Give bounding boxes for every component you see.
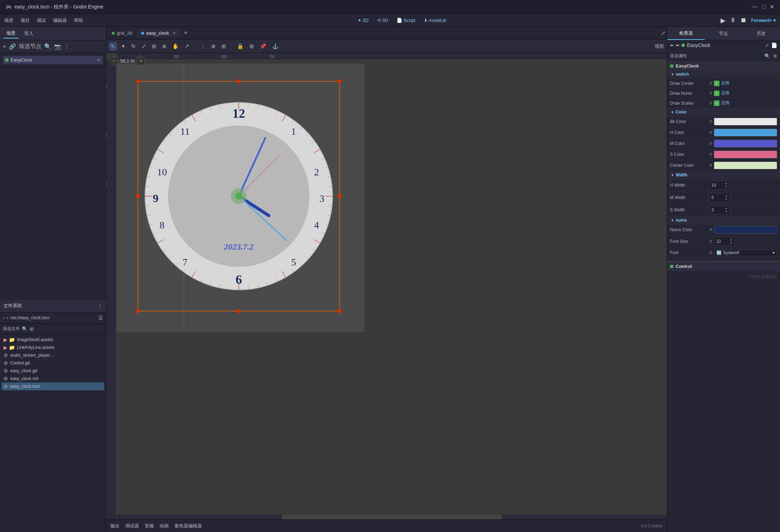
fs-item-easyclocktscn[interactable]: ⚙ easy_clock.tscn [1, 382, 104, 390]
filter-search-icon[interactable]: 🔍 [764, 53, 770, 59]
play-button[interactable]: ▶ [721, 17, 726, 24]
menu-scene[interactable]: 场景 [4, 17, 13, 24]
fs-item-linkpoly[interactable]: ▶ 📁 LinkPolyLine.assets [1, 344, 104, 351]
tab-inspector[interactable]: 检查器 [667, 27, 705, 40]
h-width-input[interactable]: 10 ▲ ▼ [709, 181, 730, 190]
forward-button[interactable]: Forward+ ▾ [751, 18, 776, 23]
decrement-button[interactable]: ▼ [730, 241, 733, 245]
nav-forward[interactable]: › [7, 315, 8, 321]
filter-nodes-button[interactable]: 筛选节点 [19, 43, 41, 50]
menu-debug[interactable]: 调试 [37, 17, 46, 24]
add-node-button[interactable]: + [3, 43, 6, 50]
add-tab-button[interactable]: + [181, 29, 191, 37]
spinner-arrows[interactable]: ▲ ▼ [725, 206, 728, 214]
tab-close-button[interactable]: ✕ [173, 31, 176, 36]
doc-icon[interactable]: 📄 [771, 42, 777, 48]
font-select[interactable]: 🔤 SystemF ▾ [714, 249, 777, 256]
horizontal-scrollbar[interactable] [117, 514, 667, 519]
clock-viewport[interactable]: // rendered below via JS 12 1 2 3 4 5 6 … [117, 64, 667, 519]
pause-button[interactable]: ⏸ [730, 17, 736, 24]
forward-nav-button[interactable]: ➡ [676, 43, 679, 48]
grid-snap-button[interactable]: ⊞ [220, 42, 228, 51]
snap-button[interactable]: ⊕ [209, 42, 218, 51]
filesystem-more[interactable]: ⋮ [98, 303, 102, 309]
rotate-tool[interactable]: ↻ [129, 42, 138, 51]
bk-color-swatch[interactable] [714, 118, 777, 125]
tool-3d[interactable]: ⟲ 3D [377, 18, 388, 23]
tool-assetlib[interactable]: ⬇ AssetLib [424, 18, 446, 23]
draw-center-checkbox[interactable] [714, 81, 720, 86]
decrement-button[interactable]: ▼ [725, 198, 728, 201]
select-tool[interactable]: ↖ [109, 42, 117, 51]
reset-button[interactable]: ↺ [709, 91, 712, 96]
tab-history[interactable]: 历史 [743, 28, 780, 40]
filter-search-icon[interactable]: 🔍 [22, 326, 28, 332]
increment-button[interactable]: ▲ [730, 238, 733, 241]
view-menu-button[interactable]: 视图 [655, 43, 664, 49]
fs-item-easyclockmd[interactable]: ⚙ easy_clock.md [1, 375, 104, 382]
zoom-out-button[interactable]: − [110, 57, 118, 65]
reset-button[interactable]: ↺ [709, 152, 712, 157]
expand-canvas-button[interactable]: ⤢ [661, 30, 665, 36]
s-color-swatch[interactable] [714, 151, 777, 158]
move-tool[interactable]: ✦ [119, 42, 127, 51]
back-button[interactable]: ⬅ [670, 43, 674, 48]
decrement-button[interactable]: ▼ [725, 210, 728, 214]
decrement-button[interactable]: ▼ [725, 185, 728, 189]
maximize-button[interactable]: □ [762, 4, 765, 10]
menu-project[interactable]: 项目 [21, 17, 30, 24]
fs-item-imagedice[interactable]: ▶ 📁 ImageDice6.assets [1, 336, 104, 344]
scale-tool[interactable]: ⤢ [140, 42, 148, 51]
enable-label[interactable]: 启用 [721, 80, 729, 86]
filter-settings-icon[interactable]: ⚙ [773, 53, 777, 59]
reset-button[interactable]: ↺ [709, 130, 712, 135]
m-color-swatch[interactable] [714, 140, 777, 147]
switch-section-header[interactable]: ▼ switch [667, 70, 780, 78]
draw-scales-checkbox[interactable] [714, 100, 720, 106]
menu-editor[interactable]: 编辑器 [53, 17, 67, 24]
transform-tool[interactable]: ⊞ [150, 42, 158, 51]
layout-toggle[interactable]: ☰ [98, 315, 103, 321]
reset-button[interactable]: ↺ [709, 81, 712, 86]
reset-button[interactable]: ↺ [709, 163, 712, 168]
camera-button[interactable]: 📷 [54, 43, 61, 50]
pin-button[interactable]: 📌 [258, 42, 268, 51]
tab-audio[interactable]: 音频 [145, 523, 154, 529]
tab-grid2d[interactable]: grid_2d [108, 29, 136, 37]
pan-tool[interactable]: ✋ [171, 42, 181, 51]
tab-debugger[interactable]: 调试器 [125, 523, 139, 529]
m-width-input[interactable]: 5 ▲ ▼ [709, 193, 730, 202]
tab-shader-editor[interactable]: 着色器编辑器 [174, 523, 202, 529]
pivot-tool[interactable]: ⊕ [160, 42, 168, 51]
spinner-arrows[interactable]: ▲ ▼ [730, 238, 733, 245]
link-button[interactable]: 🔗 [9, 43, 16, 50]
spinner-arrows[interactable]: ▲ ▼ [725, 182, 728, 189]
expand-icon[interactable]: ⤢ [765, 42, 769, 48]
reset-button[interactable]: ↺ [709, 119, 712, 124]
color-section-header[interactable]: ▼ Color [667, 108, 780, 116]
enable-label[interactable]: 启用 [721, 90, 729, 96]
spinner-arrows[interactable]: ▲ ▼ [725, 194, 728, 201]
nums-color-swatch[interactable] [714, 226, 777, 234]
stop-button[interactable]: ⏹ [740, 17, 747, 24]
group-button[interactable]: ⊞ [248, 42, 256, 51]
tab-node[interactable]: 节点 [705, 28, 742, 40]
tab-import[interactable]: 导入 [21, 29, 36, 38]
font-size-input[interactable]: 22 ▲ ▼ [714, 237, 735, 246]
draw-nums-checkbox[interactable] [714, 90, 720, 96]
width-section-header[interactable]: ▼ Width [667, 171, 780, 179]
s-width-input[interactable]: 3 ▲ ▼ [709, 205, 730, 215]
tool-2d[interactable]: ✦ 2D [358, 18, 369, 23]
fs-item-easyclockgd[interactable]: ⚙ easy_clock.gd [1, 367, 104, 375]
nums-section-header[interactable]: ▼ nums [667, 216, 780, 224]
nav-back[interactable]: ‹ [3, 315, 5, 321]
canvas-area[interactable]: 0 250 500 750 250 500 750 − 56.1 [106, 53, 667, 519]
zoom-tool[interactable]: ↗ [183, 42, 191, 51]
reset-button[interactable]: ↺ [709, 239, 712, 244]
filter-options-icon[interactable]: ⊞ [30, 326, 34, 332]
tree-item-easyclock[interactable]: EasyClock 👁 [3, 56, 103, 64]
tab-scene[interactable]: 场景 [4, 29, 18, 39]
close-button[interactable]: ✕ [770, 4, 774, 10]
enable-label[interactable]: 启用 [721, 100, 729, 106]
increment-button[interactable]: ▲ [725, 206, 728, 210]
